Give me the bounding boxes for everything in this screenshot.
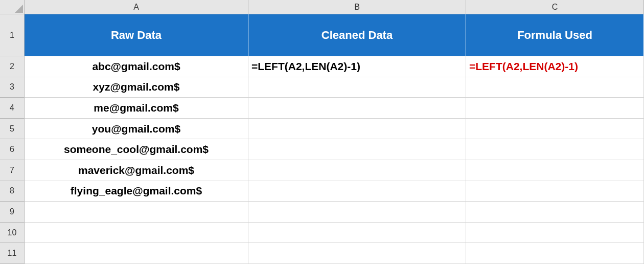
cell-A9[interactable] — [25, 202, 248, 223]
column-header-C[interactable]: C — [466, 0, 644, 14]
row-header-6[interactable]: 6 — [0, 139, 25, 160]
cell-A8[interactable]: flying_eagle@gmail.com$ — [25, 181, 248, 202]
select-all-corner[interactable] — [0, 0, 25, 14]
row-header-3[interactable]: 3 — [0, 77, 25, 98]
cell-C3[interactable] — [466, 77, 644, 98]
row-header-4[interactable]: 4 — [0, 98, 25, 119]
cell-B9[interactable] — [248, 202, 466, 223]
cell-A7[interactable]: maverick@gmail.com$ — [25, 160, 248, 181]
cell-B11[interactable] — [248, 243, 466, 264]
row-header-11[interactable]: 11 — [0, 243, 25, 264]
cell-A3[interactable]: xyz@gmail.com$ — [25, 77, 248, 98]
cell-C10[interactable] — [466, 223, 644, 244]
cell-A2[interactable]: abc@gmail.com$ — [25, 56, 248, 77]
cell-B7[interactable] — [248, 160, 466, 181]
cell-C4[interactable] — [466, 98, 644, 119]
cell-B5[interactable] — [248, 119, 466, 140]
row-header-10[interactable]: 10 — [0, 223, 25, 244]
cell-C7[interactable] — [466, 160, 644, 181]
svg-marker-0 — [15, 5, 23, 13]
cell-B10[interactable] — [248, 223, 466, 244]
header-cell-C1[interactable]: Formula Used — [466, 14, 644, 56]
row-header-8[interactable]: 8 — [0, 181, 25, 202]
cell-A10[interactable] — [25, 223, 248, 244]
cell-B6[interactable] — [248, 139, 466, 160]
spreadsheet-grid: A B C 1 Raw Data Cleaned Data Formula Us… — [0, 0, 644, 264]
cell-C11[interactable] — [466, 243, 644, 264]
header-cell-A1[interactable]: Raw Data — [25, 14, 248, 56]
cell-B8[interactable] — [248, 181, 466, 202]
row-header-9[interactable]: 9 — [0, 202, 25, 223]
column-header-A[interactable]: A — [25, 0, 248, 14]
cell-C8[interactable] — [466, 181, 644, 202]
cell-C9[interactable] — [466, 202, 644, 223]
cell-C5[interactable] — [466, 119, 644, 140]
cell-A6[interactable]: someone_cool@gmail.com$ — [25, 139, 248, 160]
header-cell-B1[interactable]: Cleaned Data — [248, 14, 466, 56]
cell-B2[interactable]: =LEFT(A2,LEN(A2)-1) — [248, 56, 466, 77]
row-header-5[interactable]: 5 — [0, 119, 25, 140]
cell-A4[interactable]: me@gmail.com$ — [25, 98, 248, 119]
cell-A5[interactable]: you@gmail.com$ — [25, 119, 248, 140]
row-header-2[interactable]: 2 — [0, 56, 25, 77]
row-header-1[interactable]: 1 — [0, 14, 25, 56]
cell-B4[interactable] — [248, 98, 466, 119]
select-all-triangle-icon — [15, 5, 23, 13]
column-header-B[interactable]: B — [248, 0, 466, 14]
cell-C2[interactable]: =LEFT(A2,LEN(A2)-1) — [466, 56, 644, 77]
cell-C6[interactable] — [466, 139, 644, 160]
cell-B3[interactable] — [248, 77, 466, 98]
row-header-7[interactable]: 7 — [0, 160, 25, 181]
cell-A11[interactable] — [25, 243, 248, 264]
